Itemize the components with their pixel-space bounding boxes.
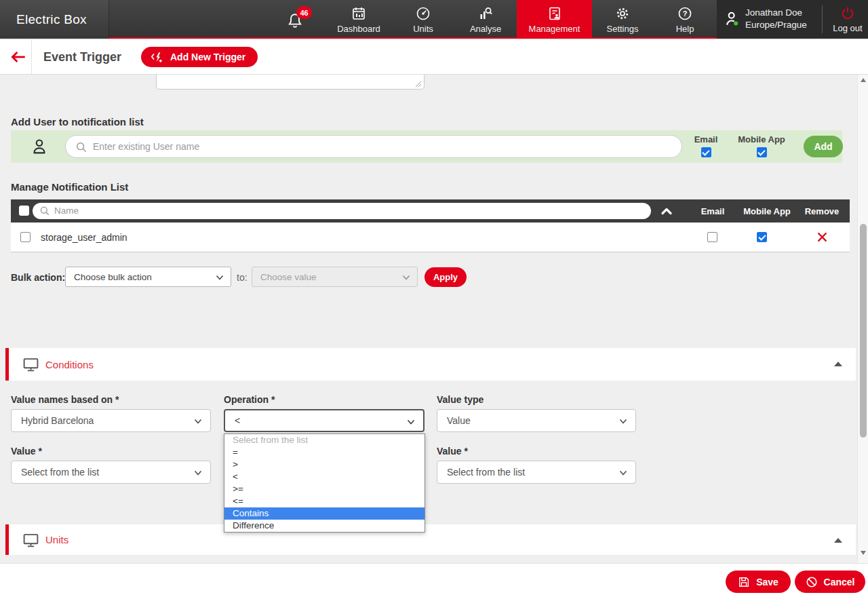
- scroll-down-arrow-icon[interactable]: [861, 551, 866, 555]
- name-search-box: [33, 203, 651, 219]
- conditions-title: Conditions: [45, 348, 94, 381]
- mobile-app-label: Mobile App: [738, 134, 785, 144]
- nav-label: Dashboard: [337, 24, 380, 34]
- add-user-section-title: Add User to notification list: [11, 116, 144, 128]
- chevron-down-icon: [407, 419, 415, 425]
- mobile-app-option: Mobile App: [738, 134, 785, 157]
- nav-label: Help: [676, 24, 694, 34]
- notification-list-header: Email Mobile App Remove: [11, 199, 850, 223]
- conditions-section-header[interactable]: Conditions: [5, 348, 856, 381]
- scroll-up-arrow-icon[interactable]: [861, 78, 866, 82]
- nav-item-settings[interactable]: Settings: [598, 0, 647, 39]
- user-area[interactable]: Jonathan Doe Europe/Prague Log out: [717, 0, 868, 39]
- gear-icon: [614, 5, 631, 22]
- row-email-checkbox[interactable]: [707, 232, 717, 242]
- email-checkbox[interactable]: [701, 147, 711, 157]
- value2-label: Value *: [437, 446, 468, 457]
- chevron-down-icon: [619, 419, 627, 424]
- notifications-button[interactable]: 46: [286, 6, 320, 35]
- value1-label: Value *: [11, 446, 42, 457]
- row-remove-button[interactable]: [816, 231, 828, 243]
- select-all-checkbox[interactable]: [19, 206, 29, 216]
- value-names-label: Value names based on *: [11, 394, 119, 405]
- user-search-box: [65, 135, 682, 158]
- power-icon: [840, 5, 855, 20]
- user-search-input[interactable]: [93, 136, 669, 157]
- bulk-action-select[interactable]: Choose bulk action: [65, 267, 231, 287]
- value-type-select[interactable]: Value: [437, 409, 636, 432]
- user-info: Jonathan Doe Europe/Prague: [745, 7, 807, 31]
- operation-option[interactable]: Difference: [224, 520, 425, 532]
- bulk-action-label: Bulk action:: [11, 267, 65, 288]
- search-icon: [75, 141, 87, 153]
- apply-button[interactable]: Apply: [425, 267, 467, 287]
- calendar-icon: [351, 5, 367, 22]
- page-title: Event Trigger: [43, 40, 121, 74]
- operation-option[interactable]: Select from the list: [224, 434, 425, 446]
- units-title: Units: [45, 524, 68, 555]
- cancel-button[interactable]: Cancel: [795, 571, 865, 593]
- operation-option[interactable]: <=: [224, 495, 425, 507]
- user-avatar-icon: [724, 9, 743, 28]
- operation-option[interactable]: <: [224, 471, 425, 483]
- back-arrow-icon: [9, 50, 27, 64]
- collapse-arrow-icon[interactable]: [834, 362, 842, 366]
- nav-item-dashboard[interactable]: Dashboard: [330, 0, 387, 39]
- value-names-value: Hybrid Barcelona: [21, 415, 94, 426]
- brand-title: Electric Box: [16, 12, 87, 27]
- operation-label: Operation *: [224, 394, 275, 405]
- row-mobile-checkbox[interactable]: [757, 232, 767, 242]
- row-checkbox[interactable]: [20, 232, 31, 242]
- to-label: to:: [237, 267, 248, 288]
- nav-item-analyse[interactable]: Analyse: [464, 0, 507, 39]
- save-button[interactable]: Save: [726, 571, 791, 593]
- management-icon: [547, 5, 563, 22]
- person-icon: [30, 137, 49, 156]
- operation-option[interactable]: >: [224, 459, 425, 471]
- value1-value: Select from the list: [21, 467, 99, 478]
- add-user-button[interactable]: Add: [804, 136, 843, 157]
- footer-bar: Save Cancel: [0, 563, 868, 599]
- name-search-input[interactable]: [54, 204, 637, 218]
- nav-item-help[interactable]: ? Help: [666, 0, 704, 39]
- email-label: Email: [694, 134, 718, 144]
- logout-label: Log out: [833, 23, 862, 33]
- value-names-select[interactable]: Hybrid Barcelona: [11, 409, 211, 432]
- gauge-icon: [415, 5, 431, 22]
- value2-value: Select from the list: [447, 467, 525, 478]
- add-new-trigger-button[interactable]: Add New Trigger: [141, 47, 258, 67]
- back-button[interactable]: [5, 40, 31, 74]
- operation-option[interactable]: =: [224, 446, 425, 459]
- nav-item-management[interactable]: Management: [517, 0, 592, 39]
- logout-button[interactable]: Log out: [827, 0, 868, 39]
- value1-select[interactable]: Select from the list: [11, 461, 211, 484]
- row-username: storage_user_admin: [41, 223, 127, 252]
- add-user-band: Email Mobile App Add: [11, 130, 842, 163]
- save-label: Save: [756, 577, 778, 587]
- user-timezone: Europe/Prague: [745, 19, 807, 31]
- operation-option[interactable]: >=: [224, 483, 425, 495]
- mobile-app-checkbox[interactable]: [757, 147, 767, 157]
- analyse-chart-icon: [477, 5, 494, 22]
- trigger-icon: [151, 51, 164, 64]
- brand-logo[interactable]: Electric Box: [0, 0, 108, 39]
- value2-select[interactable]: Select from the list: [437, 461, 636, 484]
- operation-option[interactable]: Contains: [224, 507, 425, 520]
- operation-select[interactable]: <: [224, 409, 425, 432]
- svg-text:?: ?: [683, 9, 688, 18]
- vertical-scrollbar[interactable]: [857, 75, 868, 563]
- user-name: Jonathan Doe: [745, 7, 807, 19]
- collapse-arrow-icon[interactable]: [834, 538, 842, 543]
- save-floppy-icon: [738, 576, 750, 588]
- chevron-down-icon: [216, 275, 224, 280]
- scrollbar-thumb[interactable]: [860, 224, 867, 438]
- units-section-header[interactable]: Units: [5, 524, 856, 555]
- sort-ascending-icon[interactable]: [660, 207, 673, 215]
- column-mobile-app: Mobile App: [742, 199, 792, 223]
- bulk-value-select[interactable]: Choose value: [252, 267, 418, 287]
- divider: [822, 5, 823, 33]
- page-header: Event Trigger Add New Trigger: [0, 40, 868, 75]
- resize-handle-icon[interactable]: [415, 81, 422, 88]
- chevron-down-icon: [402, 275, 410, 280]
- nav-item-units[interactable]: Units: [403, 0, 443, 39]
